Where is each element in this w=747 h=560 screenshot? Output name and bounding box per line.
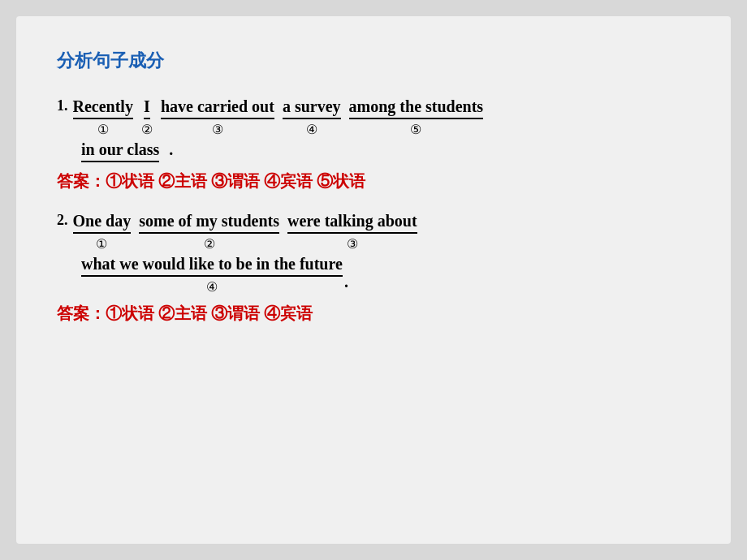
sentence-2-phrases-row1: One day ① some of my students ② were tal… bbox=[73, 212, 425, 252]
phrase-one-day: One day ① bbox=[73, 212, 132, 252]
phrase-num-s2-2: ② bbox=[204, 236, 215, 252]
phrase-num-s2-3: ③ bbox=[347, 236, 358, 252]
sentence-1-row: 1. Recently ① I ② have carried out ③ a s… bbox=[57, 97, 690, 137]
phrase-i: I ② bbox=[141, 97, 153, 137]
sentence-2-period: . bbox=[344, 273, 348, 295]
sentence-2-row1: 2. One day ① some of my students ② were … bbox=[57, 212, 690, 252]
phrase-num-4: ④ bbox=[306, 122, 317, 137]
page-title: 分析句子成分 bbox=[57, 49, 690, 73]
phrase-num-s2-1: ① bbox=[96, 236, 107, 252]
sentence-1-number: 1. bbox=[57, 97, 68, 131]
phrase-recently: Recently ① bbox=[73, 97, 133, 137]
phrase-text-weretalking: were talking about bbox=[287, 212, 417, 234]
phrase-text-among: among the students bbox=[349, 97, 484, 119]
phrase-some-students: some of my students ② bbox=[139, 212, 279, 252]
phrase-text-hco: have carried out bbox=[161, 97, 274, 119]
sentence-2-answer: 答案：①状语 ②主语 ③谓语 ④宾语 bbox=[57, 303, 690, 325]
phrase-text-somestudents: some of my students bbox=[139, 212, 279, 234]
phrase-num-2: ② bbox=[141, 122, 153, 137]
sentence-1-period: . bbox=[169, 140, 173, 162]
sentence-1-answer: 答案：①状语 ②主语 ③谓语 ④宾语 ⑤状语 bbox=[57, 170, 690, 192]
phrase-among-students: among the students ⑤ bbox=[349, 97, 484, 137]
phrase-were-talking: were talking about ③ bbox=[287, 212, 417, 252]
sentence-2-block: 2. One day ① some of my students ② were … bbox=[57, 212, 690, 295]
sentence-1-continuation: in our class . bbox=[57, 140, 690, 162]
phrase-in-our-class: in our class bbox=[81, 140, 159, 162]
sentence-1-phrases: Recently ① I ② have carried out ③ a surv… bbox=[73, 97, 492, 137]
phrase-num-s2-4: ④ bbox=[206, 279, 218, 295]
sentence-2-row2: what we would like to be in the future ④… bbox=[57, 255, 690, 295]
phrase-text-oneday: One day bbox=[73, 212, 132, 234]
phrase-what-future: what we would like to be in the future ④ bbox=[81, 255, 343, 295]
sentence-2-number: 2. bbox=[57, 212, 68, 245]
phrase-text-ioc: in our class bbox=[81, 140, 159, 162]
phrase-num-3: ③ bbox=[212, 122, 223, 137]
phrase-text-survey: a survey bbox=[283, 97, 341, 119]
phrase-num-1: ① bbox=[97, 122, 109, 137]
phrase-text-recently: Recently bbox=[73, 97, 133, 119]
phrase-a-survey: a survey ④ bbox=[283, 97, 341, 137]
phrase-text-whatfuture: what we would like to be in the future bbox=[81, 255, 343, 277]
phrase-num-5: ⑤ bbox=[410, 122, 421, 137]
sentence-1-block: 1. Recently ① I ② have carried out ③ a s… bbox=[57, 97, 690, 162]
phrase-have-carried-out: have carried out ③ bbox=[161, 97, 274, 137]
phrase-text-i: I bbox=[144, 97, 150, 119]
slide: 分析句子成分 1. Recently ① I ② have carried ou… bbox=[16, 16, 731, 544]
